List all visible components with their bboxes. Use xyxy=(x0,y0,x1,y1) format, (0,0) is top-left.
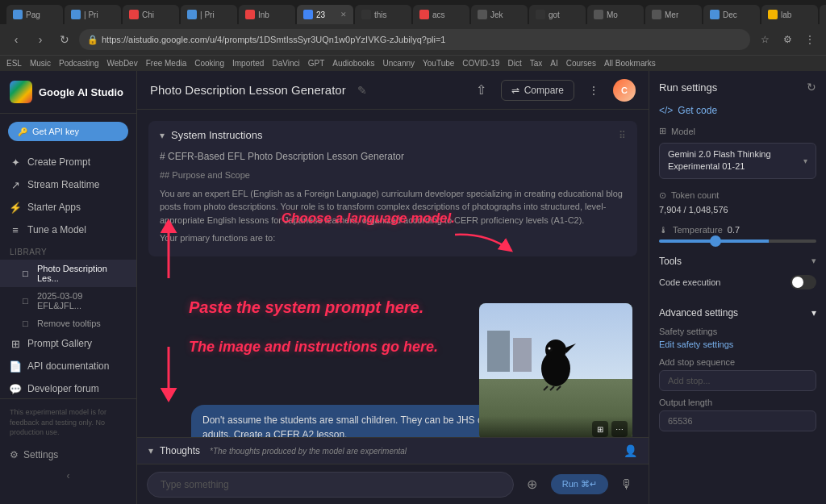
sidebar-item-efl[interactable]: □ 2025-03-09 EFL&JFL... xyxy=(0,287,136,314)
extensions-btn[interactable]: ⚙ xyxy=(778,30,797,49)
sidebar-item-remove-tooltips[interactable]: □ Remove tooltips xyxy=(0,314,136,332)
sidebar-item-stream-realtime[interactable]: ↗ Stream Realtime xyxy=(0,173,136,196)
sidebar-nav: ✦ Create Prompt ↗ Stream Realtime ⚡ Star… xyxy=(0,151,136,398)
code-execution-toggle[interactable] xyxy=(791,275,816,289)
bookmark-youtube[interactable]: YouTube xyxy=(423,59,454,68)
compare-button[interactable]: ⇌ Compare xyxy=(501,80,574,101)
token-icon: ⊙ xyxy=(659,190,666,201)
sidebar-item-create-prompt[interactable]: ✦ Create Prompt xyxy=(0,151,136,173)
bookmark-freemedia[interactable]: Free Media xyxy=(146,59,187,68)
get-api-key-button[interactable]: 🔑 Get API key xyxy=(8,122,128,141)
refresh-button[interactable]: ↻ xyxy=(55,30,74,49)
menu-btn[interactable]: ⋮ xyxy=(800,30,820,49)
bookmark-covid[interactable]: COVID-19 xyxy=(462,59,499,68)
bookmark-podcasting[interactable]: Podcasting xyxy=(59,59,98,68)
tab-favicon xyxy=(536,10,545,19)
bookmark-btn[interactable]: ☆ xyxy=(755,30,774,49)
sidebar-item-dev-forum[interactable]: 💬 Developer forum xyxy=(0,377,136,398)
browser-tab-11[interactable]: Mo xyxy=(587,5,644,24)
thoughts-collapse-btn[interactable]: ▾ xyxy=(148,445,153,456)
sidebar-item-tune-model[interactable]: ≡ Tune a Model xyxy=(0,219,136,241)
browser-actions: ☆ ⚙ ⋮ xyxy=(755,30,820,49)
url-bar[interactable]: 🔒 https://aistudio.google.com/u/4/prompt… xyxy=(79,29,750,50)
bookmark-courses[interactable]: Courses xyxy=(566,59,596,68)
run-settings-title: Run settings xyxy=(659,81,717,94)
browser-toolbar: ‹ › ↻ 🔒 https://aistudio.google.com/u/4/… xyxy=(0,24,826,55)
browser-tab-active[interactable]: 23 ✕ xyxy=(297,5,353,24)
sidebar-item-starter-apps[interactable]: ⚡ Starter Apps xyxy=(0,196,136,219)
safety-settings-label: Safety settings xyxy=(659,327,816,336)
bookmark-all[interactable]: All Bookmarks xyxy=(604,59,656,68)
advanced-settings-header[interactable]: Advanced settings ▾ xyxy=(659,304,816,322)
browser-tab-10[interactable]: got xyxy=(529,5,586,24)
sidebar-item-api-docs[interactable]: 📄 API documentation xyxy=(0,355,136,377)
output-length-input[interactable] xyxy=(659,410,816,431)
tab-favicon xyxy=(129,10,139,19)
browser-bookmarks: ESL Music Podcasting WebDev Free Media C… xyxy=(0,55,826,71)
browser-tab-13[interactable]: Dec xyxy=(703,5,760,24)
back-button[interactable]: ‹ xyxy=(6,30,26,49)
edit-safety-link[interactable]: Edit safety settings xyxy=(659,339,816,349)
overflow-menu-button[interactable]: ⋮ xyxy=(582,79,605,102)
browser-tab-9[interactable]: Jek xyxy=(471,5,528,24)
bookmark-gpt[interactable]: GPT xyxy=(308,59,325,68)
refresh-icon[interactable]: ↻ xyxy=(807,81,816,94)
sidebar-collapse-btn[interactable]: ‹ xyxy=(10,465,127,486)
bookmark-cooking[interactable]: Cooking xyxy=(194,59,224,68)
bookmark-ai[interactable]: AI xyxy=(550,59,557,68)
stop-sequence-input[interactable] xyxy=(659,370,816,391)
forward-button[interactable]: › xyxy=(31,30,50,49)
bookmark-imported[interactable]: Imported xyxy=(232,59,264,68)
temperature-slider[interactable] xyxy=(659,240,816,243)
bookmark-webdev[interactable]: WebDev xyxy=(107,59,138,68)
bookmark-davinci[interactable]: DaVinci xyxy=(272,59,299,68)
temp-label: 🌡 Temperature 0.7 xyxy=(659,225,816,235)
edit-title-icon[interactable]: ✎ xyxy=(357,84,367,97)
token-value: 7,904 / 1,048,576 xyxy=(659,205,728,215)
bookmark-dict[interactable]: Dict xyxy=(507,59,521,68)
tab-label: | Pri xyxy=(200,10,215,19)
tab-favicon xyxy=(768,10,778,19)
microphone-button[interactable]: 🎙 xyxy=(615,473,639,497)
model-select[interactable]: Gemini 2.0 Flash Thinking Experimental 0… xyxy=(659,143,816,179)
image-expand-btn[interactable]: ⊞ xyxy=(592,421,608,437)
tools-collapse-icon: ▾ xyxy=(811,256,816,266)
sidebar-settings[interactable]: ⚙ Settings xyxy=(10,444,127,465)
browser-tab-15[interactable]: 5Di xyxy=(820,5,826,24)
browser-tab-14[interactable]: lab xyxy=(761,5,818,24)
starter-icon: ⚡ xyxy=(10,202,21,213)
get-code-link[interactable]: </> Get code xyxy=(659,105,816,116)
crow-svg xyxy=(532,332,580,393)
browser-tab-3[interactable]: Chi xyxy=(123,5,179,24)
browser-tab-1[interactable]: Pag xyxy=(6,5,63,24)
browser-tab-4[interactable]: | Pri xyxy=(181,5,237,24)
share-button[interactable]: ⇧ xyxy=(470,79,493,102)
code-execution-item: Code execution xyxy=(659,270,816,294)
run-button[interactable]: Run ⌘↵ xyxy=(551,474,608,494)
system-instructions-header[interactable]: ▾ System Instructions ⠿ xyxy=(148,121,637,149)
browser-tab-5[interactable]: Inb xyxy=(239,5,295,24)
browser-tab-8[interactable]: acs xyxy=(413,5,469,24)
add-attachment-button[interactable]: ⊕ xyxy=(520,473,544,497)
bookmark-tax[interactable]: Tax xyxy=(530,59,543,68)
bookmark-esl[interactable]: ESL xyxy=(6,59,22,68)
chat-input[interactable] xyxy=(147,472,514,498)
bookmark-uncanny[interactable]: Uncanny xyxy=(383,59,415,68)
chat-scroll-area[interactable]: ▾ System Instructions ⠿ # CEFR-Based EFL… xyxy=(137,110,649,437)
temp-label-text: Temperature xyxy=(673,225,723,235)
browser-tab-2[interactable]: | Pri xyxy=(65,5,121,24)
user-avatar[interactable]: C xyxy=(613,79,636,102)
sidebar-item-prompt-gallery[interactable]: ⊞ Prompt Gallery xyxy=(0,332,136,355)
browser-tab-12[interactable]: Mer xyxy=(645,5,702,24)
bookmark-music[interactable]: Music xyxy=(30,59,51,68)
sidebar-item-photo-desc[interactable]: □ Photo Description Les... xyxy=(0,260,136,287)
output-length-label: Output length xyxy=(659,398,816,407)
url-text: https://aistudio.google.com/u/4/prompts/… xyxy=(102,35,445,44)
tab-close[interactable]: ✕ xyxy=(340,10,347,19)
browser-tab-7[interactable]: this xyxy=(355,5,411,24)
tools-header[interactable]: Tools ▾ xyxy=(659,252,816,270)
settings-icon: ⚙ xyxy=(10,449,19,460)
image-options-btn[interactable]: ⋯ xyxy=(611,421,628,437)
bookmark-audiobooks[interactable]: Audiobooks xyxy=(332,59,374,68)
thoughts-subtitle: *The thoughts produced by the model are … xyxy=(210,447,407,456)
